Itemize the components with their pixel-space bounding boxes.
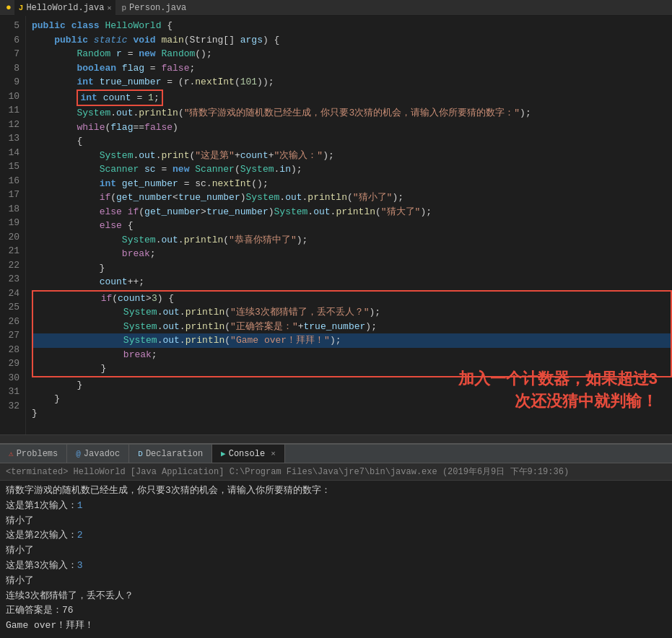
- java-icon: J: [19, 4, 24, 12]
- file-tab-person[interactable]: p Person.java: [121, 3, 186, 13]
- console-line-6: 猜小了: [6, 574, 666, 589]
- console-icon: ▶: [221, 449, 226, 458]
- declaration-icon: D: [138, 450, 143, 458]
- problems-icon: ⚠: [9, 449, 14, 458]
- code-line-highlighted: System.out.println("Game over！拜拜！");: [33, 333, 671, 348]
- horizontal-scrollbar[interactable]: [0, 434, 672, 443]
- code-line: System.out.println("连续3次都猜错了，丢不丢人？");: [33, 305, 671, 320]
- code-line: [32, 420, 672, 434]
- title-icon: ●: [6, 2, 12, 13]
- console-header: <terminated> HelloWorld [Java Applicatio…: [0, 463, 672, 481]
- code-line: int true_number = (r.nextInt(101));: [32, 75, 672, 89]
- code-line: break;: [33, 348, 671, 362]
- console-line-8: 正确答案是：76: [6, 603, 666, 619]
- javadoc-icon: @: [76, 450, 81, 458]
- code-content[interactable]: public class HelloWorld { public static …: [26, 16, 672, 434]
- code-line-boxed: int count = 1;: [32, 89, 672, 107]
- console-line-3: 这是第2次输入：2: [6, 528, 666, 543]
- code-line: boolean flag = false;: [32, 61, 672, 76]
- code-line: public static void main(String[] args) {: [32, 33, 672, 48]
- declaration-tab[interactable]: D Declaration: [129, 445, 212, 463]
- console-line-4: 猜小了: [6, 543, 666, 559]
- code-line: System.out.print("这是第"+count+"次输入：");: [32, 149, 672, 163]
- code-line: count++;: [32, 275, 672, 289]
- code-line: else {: [32, 219, 672, 233]
- code-block-redbox: if(count>3) { System.out.println("连续3次都猜…: [32, 290, 672, 377]
- file-tab-active[interactable]: J HelloWorld.java ✕: [14, 0, 116, 16]
- code-line: System.out.println("猜数字游戏的随机数已经生成，你只要3次猜…: [32, 106, 672, 121]
- editor-container: 5 6 7 8 9 10 11 12 13 14 15 16 17 18 19 …: [0, 16, 672, 434]
- person-icon: p: [121, 4, 126, 12]
- console-line-1: 这是第1次输入：1: [6, 499, 666, 514]
- javadoc-tab[interactable]: @ Javadoc: [67, 445, 129, 463]
- code-line: int get_number = sc.nextInt();: [32, 177, 672, 191]
- bottom-tab-bar: ⚠ Problems @ Javadoc D Declaration ▶ Con…: [0, 445, 672, 463]
- title-bar: ● J HelloWorld.java ✕ p Person.java: [0, 0, 672, 16]
- code-line: break;: [32, 247, 672, 261]
- code-line: System.out.println("恭喜你猜中了");: [32, 233, 672, 248]
- console-tab[interactable]: ▶ Console ×: [212, 445, 285, 463]
- code-line: {: [32, 134, 672, 149]
- annotation: 加入一个计数器，如果超过3 次还没猜中就判输！: [458, 368, 658, 413]
- console-line-7: 连续3次都猜错了，丢不丢人？: [6, 589, 666, 604]
- console-line-9: Game over！拜拜！: [6, 619, 666, 634]
- console-line-0: 猜数字游戏的随机数已经生成，你只要3次猜的机会，请输入你所要猜的数字：: [6, 484, 666, 499]
- console-line-5: 这是第3次输入：3: [6, 559, 666, 574]
- code-line-warn: ⚠ Scanner sc = new Scanner(System.in);: [32, 162, 672, 177]
- line-numbers: 5 6 7 8 9 10 11 12 13 14 15 16 17 18 19 …: [0, 16, 26, 434]
- problems-tab[interactable]: ⚠ Problems: [0, 445, 67, 463]
- tab-dirty-indicator: ✕: [107, 4, 111, 12]
- code-line: Random r = new Random();: [32, 47, 672, 61]
- console-close-icon[interactable]: ×: [271, 450, 276, 458]
- bottom-panel: ⚠ Problems @ Javadoc D Declaration ▶ Con…: [0, 443, 672, 638]
- code-line: public class HelloWorld {: [32, 19, 672, 33]
- console-output: 猜数字游戏的随机数已经生成，你只要3次猜的机会，请输入你所要猜的数字： 这是第1…: [0, 481, 672, 638]
- code-line: if(get_number<true_number)System.out.pri…: [32, 191, 672, 205]
- code-line: else if(get_number>true_number)System.ou…: [32, 205, 672, 219]
- code-line: }: [32, 261, 672, 276]
- console-line-2: 猜小了: [6, 514, 666, 529]
- code-line: if(count>3) {: [33, 292, 671, 306]
- code-line: while(flag==false): [32, 121, 672, 135]
- code-line: System.out.println("正确答案是："+true_number)…: [33, 320, 671, 334]
